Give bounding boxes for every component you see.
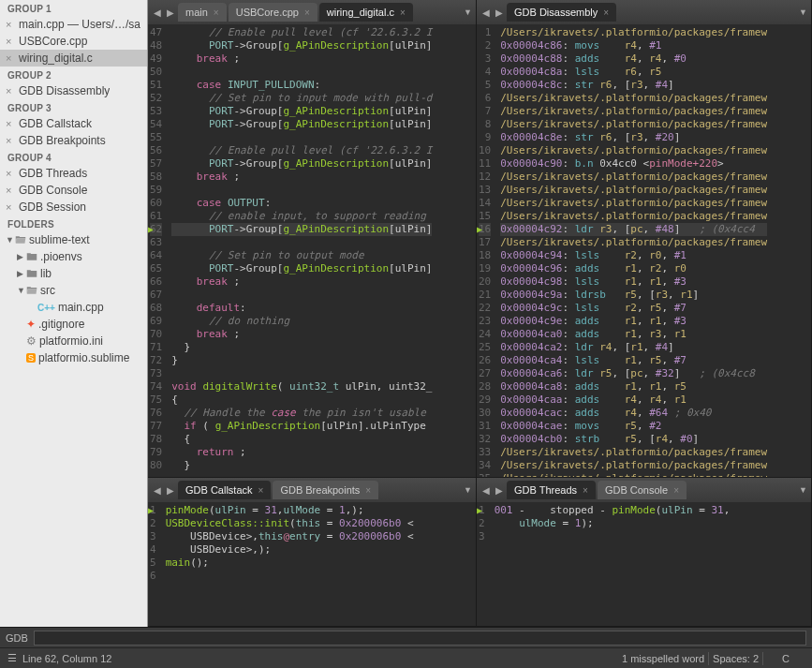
sidebar-file-item[interactable]: ×USBCore.cpp — [0, 33, 147, 50]
file-item[interactable]: Splatformio.sublime — [0, 349, 147, 366]
item-label: .pioenvs — [40, 250, 82, 263]
pane-bottom-right: ◀▶GDB Threads×GDB Console×▼▶123001 - sto… — [477, 478, 812, 627]
gutter: ▶123456 — [148, 502, 162, 626]
folder-item[interactable]: ▶.pioenvs — [0, 248, 147, 265]
close-icon[interactable]: × — [304, 7, 310, 18]
gutter: 474849505152535455565758596061▶626364656… — [148, 24, 168, 477]
group-header: GROUP 3 — [0, 99, 147, 115]
tab[interactable]: GDB Threads× — [507, 481, 596, 499]
sidebar-file-item[interactable]: ×GDB Disassembly — [0, 82, 147, 99]
gutter: ▶123 — [477, 502, 491, 626]
sidebar-item-label: GDB Threads — [19, 167, 87, 180]
close-icon[interactable]: × — [6, 85, 15, 96]
chevron-right-icon: ▶ — [17, 269, 26, 278]
tab-bar: ◀▶main×USBCore.cpp×wiring_digital.c×▼ — [148, 0, 476, 24]
nav-fwd-icon[interactable]: ▶ — [165, 7, 176, 18]
code-lines: 001 - stopped - pinMode(ulPin = 31, ulMo… — [491, 502, 731, 626]
close-icon[interactable]: × — [6, 19, 15, 30]
group-header: GROUP 1 — [0, 0, 147, 16]
status-lang[interactable]: C — [767, 653, 805, 664]
close-icon[interactable]: × — [214, 7, 219, 18]
code-area[interactable]: 474849505152535455565758596061▶626364656… — [148, 24, 476, 477]
folder-item[interactable]: ▶lib — [0, 265, 147, 282]
item-label: platformio.ini — [39, 334, 103, 348]
nav-back-icon[interactable]: ◀ — [480, 7, 492, 18]
item-label: lib — [40, 267, 52, 280]
close-icon[interactable]: × — [6, 168, 15, 179]
tab-dropdown-icon[interactable]: ▼ — [799, 7, 807, 17]
tab-dropdown-icon[interactable]: ▼ — [464, 485, 472, 495]
nav-fwd-icon[interactable]: ▶ — [494, 7, 505, 18]
sidebar-item-label: GDB Breakpoints — [19, 134, 106, 147]
file-item[interactable]: ✦.gitignore — [0, 316, 147, 333]
group-header: GROUP 2 — [0, 67, 147, 82]
tab-bar: ◀▶GDB Disassembly×▼ — [477, 0, 811, 24]
sidebar-file-item[interactable]: ×main.cpp — Users/…/sa — [0, 16, 147, 33]
close-icon[interactable]: × — [603, 7, 609, 18]
close-icon[interactable]: × — [400, 7, 406, 18]
sidebar-file-item[interactable]: ×GDB Console — [0, 182, 147, 199]
tab-dropdown-icon[interactable]: ▼ — [464, 7, 472, 17]
tab-label: GDB Disassembly — [514, 7, 598, 18]
close-icon[interactable]: × — [583, 485, 588, 496]
tab-bar: ◀▶GDB Callstack×GDB Breakpoints×▼ — [148, 478, 476, 502]
nav-fwd-icon[interactable]: ▶ — [494, 485, 505, 496]
item-label: src — [40, 284, 55, 297]
file-item[interactable]: C++main.cpp — [0, 299, 147, 316]
code-area[interactable]: ▶123456pinMode(ulPin = 31,ulMode = 1,);U… — [148, 502, 476, 626]
folders-header: FOLDERS — [0, 215, 147, 231]
sidebar-file-item[interactable]: ×GDB Session — [0, 199, 147, 215]
code-area[interactable]: ▶123001 - stopped - pinMode(ulPin = 31, … — [477, 502, 811, 626]
editor-grid: ◀▶main×USBCore.cpp×wiring_digital.c×▼474… — [148, 0, 812, 627]
tab[interactable]: wiring_digital.c× — [319, 3, 413, 22]
tab-label: wiring_digital.c — [327, 7, 394, 18]
item-label: .gitignore — [38, 318, 84, 331]
close-icon[interactable]: × — [6, 185, 15, 196]
close-icon[interactable]: × — [365, 485, 371, 496]
status-spaces[interactable]: Spaces: 2 — [713, 653, 759, 664]
exec-arrow-icon: ▶ — [477, 504, 482, 517]
code-area[interactable]: 123456789101112131415▶161718192021222324… — [477, 24, 811, 477]
sidebar-item-label: USBCore.cpp — [19, 35, 87, 48]
close-icon[interactable]: × — [673, 485, 679, 496]
sidebar-item-label: GDB Disassembly — [19, 84, 110, 97]
close-icon[interactable]: × — [6, 201, 15, 213]
menu-icon[interactable]: ☰ — [7, 652, 17, 664]
tab-bar: ◀▶GDB Threads×GDB Console×▼ — [477, 478, 811, 502]
nav-back-icon[interactable]: ◀ — [480, 485, 492, 496]
tab[interactable]: GDB Disassembly× — [507, 3, 616, 22]
pane-top-right: ◀▶GDB Disassembly×▼123456789101112131415… — [477, 0, 812, 478]
code-lines: // Enable pull level (cf '22.6.3.2 I POR… — [168, 24, 432, 477]
tab[interactable]: GDB Callstack× — [178, 481, 271, 499]
sidebar-file-item[interactable]: ×GDB Callstack — [0, 115, 147, 132]
chevron-down-icon: ▼ — [17, 286, 26, 295]
group-header: GROUP 4 — [0, 149, 147, 165]
nav-back-icon[interactable]: ◀ — [152, 7, 163, 18]
close-icon[interactable]: × — [6, 135, 15, 146]
gdb-bar: GDB — [0, 627, 812, 647]
sidebar-file-item[interactable]: ×GDB Breakpoints — [0, 132, 147, 149]
sidebar-file-item[interactable]: ×GDB Threads — [0, 165, 147, 182]
folder-root[interactable]: ▼sublime-text — [0, 231, 147, 248]
status-position[interactable]: Line 62, Column 12 — [22, 653, 111, 664]
nav-fwd-icon[interactable]: ▶ — [165, 485, 176, 496]
tab-dropdown-icon[interactable]: ▼ — [799, 485, 807, 495]
folder-label: sublime-text — [29, 233, 90, 246]
sidebar-file-item[interactable]: ×wiring_digital.c — [0, 50, 147, 67]
tab[interactable]: main× — [178, 3, 227, 22]
folder-item[interactable]: ▼src — [0, 282, 147, 299]
close-icon[interactable]: × — [258, 485, 264, 496]
sidebar-item-label: GDB Callstack — [19, 117, 92, 130]
tab[interactable]: GDB Breakpoints× — [273, 481, 378, 499]
nav-back-icon[interactable]: ◀ — [152, 485, 163, 496]
status-spell[interactable]: 1 misspelled word — [622, 653, 704, 664]
code-lines: pinMode(ulPin = 31,ulMode = 1,);USBDevic… — [162, 502, 414, 626]
close-icon[interactable]: × — [6, 118, 15, 129]
tab[interactable]: GDB Console× — [598, 481, 687, 499]
gdb-input[interactable] — [34, 631, 806, 646]
file-item[interactable]: ⚙platformio.ini — [0, 333, 147, 349]
tab[interactable]: USBCore.cpp× — [229, 3, 317, 22]
sidebar-item-label: main.cpp — Users/…/sa — [19, 18, 140, 31]
close-icon[interactable]: × — [6, 36, 15, 47]
close-icon[interactable]: × — [6, 52, 15, 64]
